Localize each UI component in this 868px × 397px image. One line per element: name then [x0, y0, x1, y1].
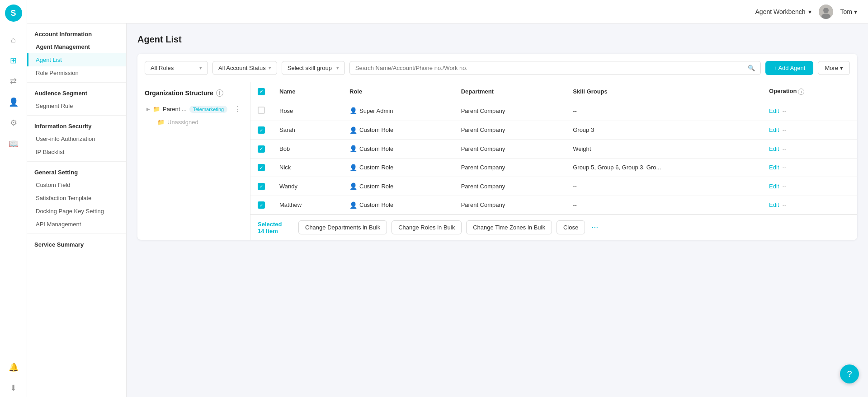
- row-checkbox-cell: [250, 121, 272, 140]
- add-agent-button[interactable]: + Add Agent: [765, 61, 813, 75]
- sidebar-item-segment-rule[interactable]: Segment Rule: [27, 99, 126, 112]
- search-input[interactable]: [355, 65, 745, 71]
- role-icon: 👤: [349, 201, 357, 209]
- section-account-information: Account Information: [27, 26, 126, 40]
- workbench-selector[interactable]: Agent Workbench ▾: [755, 8, 811, 15]
- row-name: Bob: [272, 140, 342, 159]
- nav-home-icon[interactable]: ⌂: [5, 31, 23, 49]
- sidebar-item-user-info-authorization[interactable]: User-info Authorization: [27, 132, 126, 145]
- workbench-chevron-icon: ▾: [808, 8, 811, 15]
- row-role: 👤 Super Admin: [342, 101, 454, 121]
- row-checkbox[interactable]: [258, 107, 265, 114]
- selected-info: Selected 14 Item: [258, 221, 294, 234]
- sidebar-item-api-management[interactable]: API Management: [27, 218, 126, 231]
- more-label: More: [825, 65, 838, 71]
- filters-row: All Roles ▾ All Account Status ▾ Select …: [137, 54, 857, 75]
- sidebar-item-custom-field[interactable]: Custom Field: [27, 178, 126, 191]
- svg-point-1: [823, 8, 829, 13]
- all-roles-filter[interactable]: All Roles ▾: [145, 61, 208, 75]
- nav-settings-icon[interactable]: ⚙: [5, 114, 23, 132]
- role-icon: 👤: [349, 182, 357, 190]
- org-parent-item[interactable]: ▶ 📁 Parent ... Telemarketing ⋮: [145, 102, 243, 116]
- row-checkbox[interactable]: [258, 145, 265, 153]
- table-row: Rose 👤 Super Admin Parent Company -- Edi…: [250, 101, 857, 121]
- org-dots-icon[interactable]: ⋮: [234, 105, 241, 113]
- section-audience-segment: Audience Segment: [27, 85, 126, 99]
- row-checkbox[interactable]: [258, 164, 265, 171]
- edit-link[interactable]: Edit: [769, 164, 779, 171]
- row-checkbox[interactable]: [258, 126, 265, 134]
- row-checkbox-cell: [250, 196, 272, 215]
- org-folder-icon: 📁: [153, 106, 160, 112]
- close-button[interactable]: Close: [557, 220, 585, 234]
- sidebar-item-ip-blacklist[interactable]: IP Blacklist: [27, 145, 126, 159]
- org-unassigned-item[interactable]: 📁 Unassigned: [145, 116, 243, 128]
- account-status-label: All Account Status: [218, 65, 266, 71]
- role-label: Custom Role: [359, 201, 393, 208]
- row-department: Parent Company: [454, 158, 566, 177]
- more-actions-icon[interactable]: ···: [591, 223, 598, 232]
- nav-grid-icon[interactable]: ⊞: [5, 51, 23, 70]
- change-roles-button[interactable]: Change Roles in Bulk: [392, 220, 462, 234]
- row-role: 👤 Custom Role: [342, 121, 454, 140]
- nav-bell-icon[interactable]: 🔔: [5, 358, 23, 376]
- row-checkbox-cell: [250, 101, 272, 121]
- sidebar-item-role-permission[interactable]: Role Permission: [27, 66, 126, 79]
- row-checkbox[interactable]: [258, 201, 265, 209]
- role-label: Super Admin: [359, 107, 393, 114]
- user-avatar: [819, 5, 833, 19]
- nav-user-icon[interactable]: 👤: [5, 93, 23, 111]
- user-chevron-icon: ▾: [854, 8, 857, 15]
- change-time-zones-button[interactable]: Change Time Zones in Bulk: [466, 220, 552, 234]
- header-checkbox[interactable]: [258, 88, 265, 95]
- org-unassigned-label: Unassigned: [167, 119, 198, 126]
- table-row: Sarah 👤 Custom Role Parent Company Group…: [250, 121, 857, 140]
- row-role: 👤 Custom Role: [342, 158, 454, 177]
- edit-link[interactable]: Edit: [769, 126, 779, 133]
- row-name: Rose: [272, 101, 342, 121]
- operation-dash: --: [783, 164, 787, 171]
- edit-link[interactable]: Edit: [769, 107, 779, 114]
- edit-link[interactable]: Edit: [769, 183, 779, 190]
- role-icon: 👤: [349, 107, 357, 114]
- sidebar-item-agent-management: Agent Management: [27, 40, 126, 53]
- edit-link[interactable]: Edit: [769, 145, 779, 152]
- operation-info-icon: i: [798, 89, 804, 95]
- page-title: Agent List: [137, 34, 857, 45]
- row-checkbox-cell: [250, 177, 272, 196]
- user-menu[interactable]: Tom ▾: [840, 8, 857, 15]
- skill-group-filter[interactable]: Select skill group ▾: [282, 61, 345, 75]
- role-icon: 👤: [349, 126, 357, 134]
- row-skill-groups: Weight: [566, 140, 762, 159]
- row-checkbox-cell: [250, 158, 272, 177]
- nav-download-icon[interactable]: ⬇: [5, 379, 23, 397]
- row-skill-groups: Group 3: [566, 121, 762, 140]
- search-box[interactable]: 🔍: [349, 61, 761, 75]
- nav-book-icon[interactable]: 📖: [5, 135, 23, 153]
- row-operation: Edit --: [762, 121, 857, 140]
- nav-route-icon[interactable]: ⇄: [5, 72, 23, 90]
- row-department: Parent Company: [454, 121, 566, 140]
- app-logo[interactable]: S: [5, 5, 22, 22]
- section-information-security: Information Security: [27, 118, 126, 132]
- edit-link[interactable]: Edit: [769, 201, 779, 208]
- sidebar-item-agent-list[interactable]: Agent List: [27, 53, 126, 66]
- row-operation: Edit --: [762, 158, 857, 177]
- change-departments-button[interactable]: Change Departments in Bulk: [298, 220, 387, 234]
- table-row: Bob 👤 Custom Role Parent Company Weight …: [250, 140, 857, 159]
- row-role: 👤 Custom Role: [342, 177, 454, 196]
- table-row: Nick 👤 Custom Role Parent Company Group …: [250, 158, 857, 177]
- row-role: 👤 Custom Role: [342, 140, 454, 159]
- role-label: Custom Role: [359, 183, 393, 190]
- row-skill-groups: --: [566, 196, 762, 215]
- help-fab[interactable]: ?: [840, 364, 859, 383]
- more-button[interactable]: More ▾: [818, 61, 850, 75]
- section-service-summary: Service Summary: [27, 237, 126, 251]
- row-skill-groups: --: [566, 177, 762, 196]
- account-status-filter[interactable]: All Account Status ▾: [212, 61, 277, 75]
- table-area: Name Role Department Skill Groups Operat…: [250, 82, 857, 240]
- row-checkbox[interactable]: [258, 183, 265, 190]
- sidebar-item-docking-page-key-setting[interactable]: Docking Page Key Setting: [27, 205, 126, 218]
- role-label: Custom Role: [359, 145, 393, 152]
- sidebar-item-satisfaction-template[interactable]: Satisfaction Template: [27, 191, 126, 205]
